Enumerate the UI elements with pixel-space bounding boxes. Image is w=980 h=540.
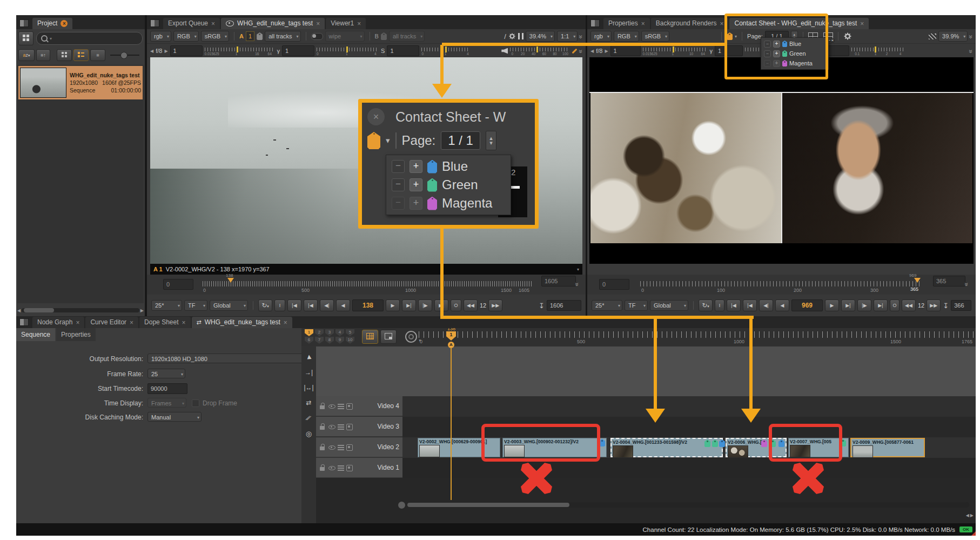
tab-viewer-sequence[interactable]: WHG_edit_nuke_tags test× xyxy=(221,18,325,29)
tab-dope-sheet[interactable]: Dope Sheet× xyxy=(139,317,190,328)
viewer-a-timeline-ruler[interactable]: 0 138 0 500 1000 1500 1605 1605 » xyxy=(147,275,586,295)
view-grid-button[interactable] xyxy=(57,49,72,61)
scroll-thumb[interactable] xyxy=(24,308,54,312)
sync-tool-icon[interactable]: ◎ xyxy=(306,430,312,438)
range-in-input[interactable]: 0 xyxy=(163,279,193,290)
wipe-dropdown[interactable]: wipe xyxy=(325,31,365,42)
gamma-slider[interactable]: 0 1 4 xyxy=(317,46,379,56)
flipbook-export-icon[interactable]: ↧ xyxy=(943,302,949,310)
preset-9[interactable]: 9 xyxy=(335,337,344,344)
close-icon[interactable]: × xyxy=(316,21,320,26)
step-forward-button[interactable]: ▶| xyxy=(402,299,416,311)
gamma-input[interactable]: 1 xyxy=(715,45,743,56)
add-tag-button[interactable]: + xyxy=(773,50,780,57)
step-back-button[interactable]: ◀| xyxy=(320,299,334,311)
collapse-icon[interactable]: » xyxy=(968,50,975,52)
timeline-hscrollbar[interactable] xyxy=(407,502,969,508)
preset-6[interactable]: 6 xyxy=(305,337,313,344)
gain-prev-icon[interactable]: ◀ xyxy=(150,49,153,54)
view-lines-button[interactable]: ≡ xyxy=(90,49,105,61)
scroll-right-icon[interactable]: ▶ xyxy=(970,513,974,518)
range-out-input[interactable]: 365 xyxy=(933,276,965,286)
in-out-button[interactable]: I xyxy=(715,299,724,311)
tag-menu-item-magenta[interactable]: − + Magenta xyxy=(761,58,828,68)
range-out-input[interactable]: 1605 xyxy=(541,276,576,286)
jump-back-button[interactable]: ◀◀ xyxy=(464,299,478,311)
fps-dropdown[interactable]: 25* xyxy=(151,300,182,311)
slide-tool-icon[interactable]: ⇄ xyxy=(306,399,311,406)
timeline-clip-v2-0009[interactable]: V2-0009_WHG.[005877-0061 xyxy=(850,438,925,457)
collapse-icon[interactable]: » xyxy=(578,50,585,52)
project-view-button[interactable] xyxy=(18,31,33,45)
collapse-icon[interactable]: » xyxy=(573,283,581,285)
goto-end-button[interactable]: ▶| xyxy=(874,299,888,311)
loop-mode-button[interactable]: ↻▾ xyxy=(258,299,272,311)
jump-forward-button[interactable]: ▶▶ xyxy=(927,299,941,311)
layers-icon[interactable] xyxy=(338,424,344,430)
tab-project[interactable]: Project × xyxy=(32,18,72,29)
step-forward-button[interactable]: ▶| xyxy=(841,299,855,311)
preset-1[interactable]: 1 xyxy=(305,329,313,336)
preset-4[interactable]: 4 xyxy=(335,329,344,336)
wipe-line-icon[interactable]: / xyxy=(504,32,506,41)
preset-7[interactable]: 7 xyxy=(315,337,324,344)
gain-input[interactable]: 1 xyxy=(170,45,203,56)
tracks-b-dropdown[interactable]: all tracks xyxy=(389,31,425,42)
in-out-button[interactable]: I xyxy=(274,299,285,311)
next-edit-button[interactable]: |▶ xyxy=(418,299,432,311)
pane-menu-icon[interactable] xyxy=(150,19,159,27)
current-frame-display[interactable]: 138 xyxy=(352,299,384,311)
lut-dropdown[interactable]: sRGB xyxy=(201,31,229,42)
next-edit-button[interactable]: |▶ xyxy=(857,299,871,311)
volume-slider[interactable]: 0 20 40 60 80 100 xyxy=(510,46,569,56)
remove-tag-button[interactable]: − xyxy=(764,50,771,57)
pane-menu-icon[interactable] xyxy=(19,19,29,27)
saturation-slider[interactable]: 0 1 4 xyxy=(421,46,470,56)
proxy-toggle-icon[interactable] xyxy=(929,34,936,39)
close-icon[interactable]: × xyxy=(641,21,645,26)
tag-filter-icon[interactable] xyxy=(257,32,263,40)
thumb-size-slider[interactable] xyxy=(107,55,143,56)
tag-filter-icon[interactable] xyxy=(727,32,733,40)
collapse-icon[interactable]: » xyxy=(968,35,975,38)
pane-menu-icon[interactable] xyxy=(590,19,600,27)
timeline-clip-v2-0003[interactable]: V2-0003_WHG.[000902-001232]/V2 xyxy=(502,438,607,457)
collapse-icon[interactable]: » xyxy=(578,35,585,38)
track-row-video2[interactable]: Video 2 V2-0002_WHG.[000629-000901] V2-0… xyxy=(316,437,976,458)
close-icon[interactable]: × xyxy=(860,21,864,26)
layers-icon[interactable] xyxy=(338,465,344,471)
visibility-icon[interactable] xyxy=(328,423,335,430)
range-in-input[interactable]: 0 xyxy=(599,279,629,290)
sort-az-button[interactable]: az▾ xyxy=(18,49,35,61)
duration-input[interactable]: 366 xyxy=(951,300,971,311)
fps-dropdown[interactable]: 25* xyxy=(592,300,622,311)
gain-input[interactable]: 1 xyxy=(610,45,641,56)
select-tool-icon[interactable]: ► xyxy=(304,353,313,361)
contact-sheet-frame-man[interactable] xyxy=(782,93,972,243)
remove-tag-button[interactable]: − xyxy=(764,41,771,48)
range-mode-dropdown[interactable]: Global xyxy=(650,300,688,311)
layers-icon[interactable] xyxy=(338,445,344,450)
gain-slider[interactable]: 0.015625 1 10 64 xyxy=(643,46,708,56)
input-a-label[interactable]: A xyxy=(239,33,244,39)
layers-icon[interactable] xyxy=(338,404,344,409)
close-icon[interactable]: × xyxy=(720,21,723,26)
close-icon[interactable]: × xyxy=(76,320,79,325)
display-dropdown[interactable]: RGB xyxy=(173,31,199,42)
flipbook-export-icon[interactable]: ↧ xyxy=(539,302,545,310)
output-resolution-dropdown[interactable]: 1920x1080 HD_1080 xyxy=(147,354,326,363)
channel-dropdown[interactable]: rgb xyxy=(150,31,171,42)
roi-icon[interactable] xyxy=(508,32,516,40)
visibility-icon[interactable] xyxy=(328,403,335,410)
playhead-marker[interactable] xyxy=(227,278,234,283)
mask-icon[interactable] xyxy=(346,444,353,451)
tab-viewer1[interactable]: Viewer1× xyxy=(326,18,366,29)
lock-icon[interactable] xyxy=(319,444,326,451)
timecode-mode-dropdown[interactable]: TF xyxy=(625,300,648,311)
lock-icon[interactable] xyxy=(319,403,326,410)
visibility-icon[interactable] xyxy=(328,444,335,451)
tag-menu-item-blue[interactable]: − + Blue xyxy=(761,39,828,49)
gain-next-icon[interactable]: ▶ xyxy=(164,49,167,54)
scroll-thumb[interactable] xyxy=(407,503,569,507)
skip-frames-value[interactable]: 12 xyxy=(918,302,924,309)
